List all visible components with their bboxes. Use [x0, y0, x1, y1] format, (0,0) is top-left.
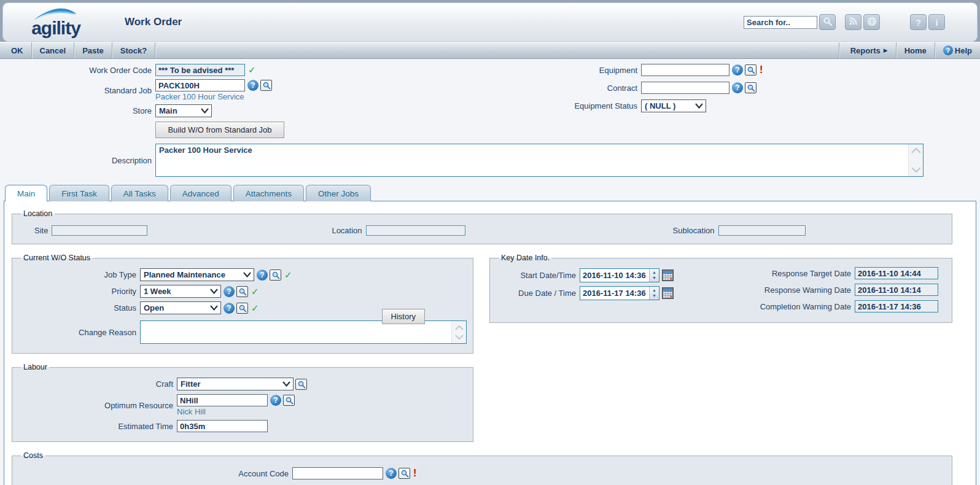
help-icon[interactable]: ?	[224, 286, 235, 297]
help-icon[interactable]: ?	[386, 468, 397, 479]
agility-logo[interactable]: agility	[19, 7, 93, 37]
lookup-icon[interactable]	[745, 82, 756, 93]
lookup-icon[interactable]	[270, 270, 281, 281]
help-icon[interactable]: ?	[247, 80, 259, 91]
completion-warning-value	[855, 300, 938, 312]
web-button[interactable]	[863, 14, 880, 30]
question-icon: ?	[916, 17, 921, 28]
contract-input[interactable]	[641, 82, 729, 94]
lookup-icon[interactable]	[236, 303, 248, 314]
info-button[interactable]: i	[928, 14, 945, 30]
info-icon: i	[935, 17, 938, 28]
description-label: Description	[0, 156, 155, 165]
job-type-select[interactable]: Planned Maintenance	[140, 268, 254, 281]
help-icon[interactable]: ?	[224, 303, 235, 314]
status-select[interactable]: Open	[140, 301, 221, 314]
work-order-code-input[interactable]	[155, 64, 245, 76]
step-up-icon[interactable]: ▲	[652, 270, 656, 275]
help-menu-button[interactable]: ? Help	[935, 42, 980, 58]
completion-warning-label: Completion Warning Date	[710, 302, 855, 311]
due-date-field: ▲ ▼	[580, 286, 659, 300]
valid-check-icon: ✓	[251, 286, 259, 297]
standard-job-input[interactable]	[155, 79, 245, 91]
help-icon[interactable]: ?	[732, 64, 743, 76]
account-code-input[interactable]	[292, 467, 383, 479]
build-wo-button[interactable]: Build W/O from Standard Job	[155, 122, 284, 138]
lookup-icon[interactable]	[236, 286, 248, 297]
optimum-resource-link[interactable]: Nick Hill	[177, 407, 295, 416]
history-button[interactable]: History	[382, 309, 425, 324]
location-section: Location Site Location Sublocation	[12, 209, 952, 244]
standard-job-link[interactable]: Packer 100 Hour Service	[155, 92, 272, 101]
due-date-input[interactable]	[580, 287, 649, 300]
lookup-icon[interactable]	[295, 379, 307, 390]
description-textarea[interactable]: Packer 100 Hour Service	[156, 144, 908, 176]
account-code-label: Account Code	[17, 469, 292, 478]
search-button[interactable]	[819, 14, 836, 30]
paste-button[interactable]: Paste	[74, 42, 112, 58]
sublocation-input[interactable]	[718, 225, 806, 236]
start-date-field: ▲ ▼	[580, 268, 659, 282]
date-stepper[interactable]: ▲ ▼	[649, 287, 659, 300]
optimum-resource-input[interactable]	[177, 394, 268, 406]
scroll-down-icon[interactable]	[911, 165, 921, 174]
craft-select[interactable]: Fitter	[177, 378, 294, 390]
job-type-value: Planned Maintenance	[144, 270, 225, 279]
start-date-input[interactable]	[580, 269, 649, 282]
stock-button[interactable]: Stock?	[112, 42, 155, 58]
help-button[interactable]: ?	[910, 14, 927, 30]
calendar-icon[interactable]	[662, 287, 674, 299]
textarea-scrollbar[interactable]	[451, 321, 466, 343]
tab-advanced[interactable]: Advanced	[170, 185, 231, 201]
due-date-label: Due Date / Time	[495, 289, 580, 298]
reports-label: Reports	[850, 46, 881, 55]
equipment-status-select[interactable]: ( NULL )	[641, 99, 706, 112]
tab-first-task[interactable]: First Task	[49, 185, 109, 201]
chevron-down-icon	[282, 379, 290, 389]
step-up-icon[interactable]: ▲	[652, 288, 656, 293]
tab-attachments[interactable]: Attachments	[233, 185, 304, 201]
lookup-icon[interactable]	[283, 395, 295, 406]
rss-button[interactable]	[845, 14, 861, 30]
calendar-icon[interactable]	[662, 270, 674, 281]
tab-other-jobs[interactable]: Other Jobs	[306, 185, 371, 201]
ok-button[interactable]: OK	[0, 42, 32, 58]
optimum-resource-label: Optimum Resource	[17, 401, 177, 410]
date-stepper[interactable]: ▲ ▼	[649, 269, 659, 282]
lookup-icon[interactable]	[399, 468, 410, 479]
help-icon[interactable]: ?	[270, 395, 281, 406]
valid-check-icon: ✓	[248, 64, 256, 76]
estimated-time-input[interactable]	[177, 420, 268, 432]
cancel-button[interactable]: Cancel	[32, 42, 75, 58]
step-down-icon[interactable]: ▼	[652, 276, 656, 281]
store-label: Store	[0, 106, 155, 115]
textarea-scrollbar[interactable]	[908, 144, 923, 176]
work-order-header-form: Work Order Code ✓ Standard Job ? Packer …	[0, 59, 980, 184]
page-title: Work Order	[125, 16, 182, 28]
response-warning-value	[855, 284, 938, 296]
lookup-icon[interactable]	[260, 80, 272, 91]
scroll-up-icon[interactable]	[455, 323, 464, 332]
search-input[interactable]	[744, 16, 817, 29]
reports-menu[interactable]: Reports ▶	[839, 42, 896, 58]
change-reason-textarea[interactable]	[141, 321, 451, 343]
location-input[interactable]	[366, 225, 465, 236]
response-target-value	[855, 267, 938, 279]
home-button[interactable]: Home	[896, 42, 935, 58]
equipment-input[interactable]	[641, 64, 729, 76]
chevron-down-icon	[695, 101, 703, 111]
store-select[interactable]: Main	[155, 104, 212, 117]
costs-legend: Costs	[21, 451, 45, 460]
site-input[interactable]	[52, 225, 147, 236]
lookup-icon[interactable]	[745, 64, 756, 76]
scroll-down-icon[interactable]	[455, 332, 464, 341]
help-label: Help	[955, 46, 972, 55]
priority-select[interactable]: 1 Week	[140, 285, 221, 298]
help-icon[interactable]: ?	[732, 82, 743, 93]
help-icon[interactable]: ?	[257, 270, 268, 281]
tab-all-tasks[interactable]: All Tasks	[111, 185, 168, 201]
page-band: agility Work Order	[0, 0, 980, 42]
tab-main[interactable]: Main	[5, 185, 47, 201]
step-down-icon[interactable]: ▼	[652, 293, 656, 298]
scroll-up-icon[interactable]	[911, 146, 921, 155]
